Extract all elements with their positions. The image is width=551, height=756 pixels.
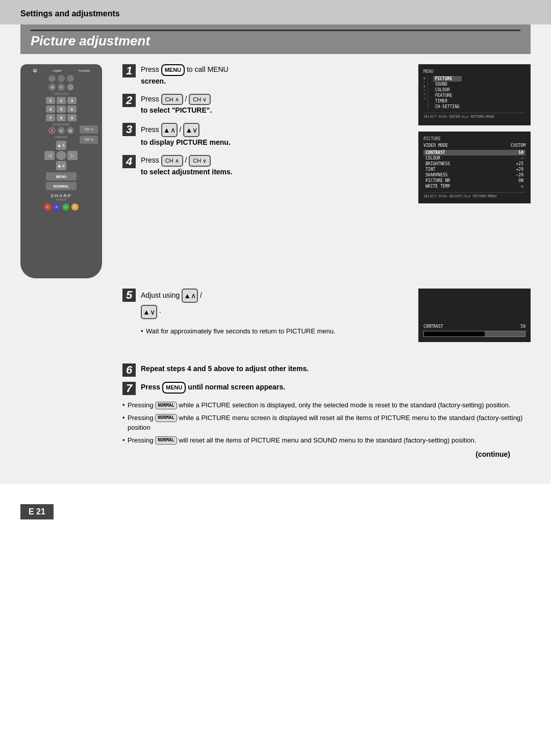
colour-label: COLOUR [425,156,440,161]
menu-button-label[interactable]: MENU [161,64,185,76]
btn-c[interactable]: C [62,203,69,211]
step-2-press: Press [141,95,159,103]
number-pad: 1 2 3 4 5 6 7 8 9 [46,97,77,121]
bottom-section: 6 Repeat steps 4 and 5 above to adjust o… [20,358,531,463]
normal-badge-3: NORMAL [155,436,177,445]
arrow-up[interactable]: ▲∧ [56,141,66,150]
step-5-period: . [159,306,161,315]
ok-btn[interactable] [56,151,66,160]
sidebar-icon-1: ▣ [423,76,425,80]
normal-badge-2: NORMAL [155,414,177,422]
num-6[interactable]: 6 [67,106,77,113]
dot-btn-3[interactable] [67,75,74,82]
remote-dots-row: ··· [24,75,98,82]
screen2-footer: SELECT:VCH∧ ADJUST:V△∧ RETURN:MENU [423,192,525,198]
contrast-bar-label: CONTRAST 50 [423,324,525,329]
child-lock-label: CHILD LOCK [24,92,98,95]
step-5-adjust: Adjust using [141,291,182,299]
back-btn[interactable]: ⊲ [48,84,56,91]
arrow-right[interactable]: ▷ [67,151,78,160]
mute-btn[interactable]: 🔇 [48,127,56,134]
menu-button-remote[interactable]: MENU [46,172,77,180]
picture-nr-value: ON [518,178,523,183]
step-3-after: to display PICTURE menu. [141,138,231,146]
step-2-after: to select "PICTURE". [141,106,212,114]
screen2-title: PICTURE [423,137,525,141]
step-4-text: Press CH ∧ / CH ∨ to select adjustment i… [141,155,233,177]
sidebar-icon-6: ≡ [423,96,425,100]
arrow-down-s3[interactable]: ▲∨ [183,123,199,137]
tint-label: TINT [425,167,435,172]
screen1-footer: SELECT:VCH∧ ENTER:V△∧ RETURN:MENU [423,113,525,119]
step-5-bullet-1: Wait for approximately five seconds to r… [141,326,408,336]
ch-up-right[interactable]: CH ∧ [80,125,98,134]
dot-btn-2[interactable] [58,75,65,82]
empty-2 [67,141,78,150]
video-mode-value: CUSTOM [511,143,525,148]
num-4[interactable]: 4 [46,106,55,113]
arrow-up-s3[interactable]: ▲∧ [161,123,178,137]
arrow-up-s5[interactable]: ▲∧ [182,289,198,303]
screen-column: MENU ▣ ♪ ◉ ⊙ ⊗ ≡ PICTURE SOUND COLOUR [418,64,531,278]
step-5-inner: 5 Adjust using ▲∧ / ▲∨ . [122,289,408,319]
ch-up-btn-s4[interactable]: CH ∧ [161,155,183,167]
brand-logo: SHARP [24,193,98,198]
brand-subtitle: TV/TEXT [24,198,98,201]
step-1-after: to call MENU [187,65,229,73]
num-5[interactable]: 5 [57,106,66,113]
num-7[interactable]: 7 [46,114,55,121]
colour-value: – [521,156,523,161]
brightness-label: BRIGHTNESS [425,162,450,166]
btn-a[interactable]: A [44,203,51,211]
dot-btn-1[interactable]: ··· [48,75,56,82]
step-2-number: 2 [122,94,136,107]
normal-button-remote[interactable]: NORMAL [46,182,77,190]
step-6-content: Repeat steps 4 and 5 above to adjust oth… [141,364,309,373]
sidebar-icon-4: ⊙ [423,88,425,92]
zero-btn[interactable]: 0 [58,127,65,134]
step-5-slash: / [200,291,202,299]
num-1[interactable]: 1 [46,97,55,104]
step-4-after: to select adjustment items. [141,168,233,176]
normal-badge-1: NORMAL [155,402,177,410]
arrow-down[interactable]: ▲∨ [56,161,66,170]
ch-up-btn-s2[interactable]: CH ∧ [161,94,183,106]
contrast-bar [423,331,525,337]
arrow-left[interactable]: ◁ [44,151,55,160]
step-2-block: 2 Press CH ∧ / CH ∨ to select "PICTURE". [122,94,408,116]
step-6-number: 6 [122,363,136,377]
screen-1: MENU ▣ ♪ ◉ ⊙ ⊗ ≡ PICTURE SOUND COLOUR [418,64,531,125]
step-1-press: Press [141,65,159,73]
btn-d[interactable]: D [71,203,79,211]
step-6-block: 6 Repeat steps 4 and 5 above to adjust o… [122,363,531,377]
num-8[interactable]: 8 [57,114,66,121]
arrow-down-s5[interactable]: ▲∨ [141,305,157,319]
menu-button-s7[interactable]: MENU [162,382,186,394]
num-0[interactable]: 0 [58,84,65,91]
empty-4 [67,161,78,170]
info-btn[interactable]: ⓘ [67,84,74,91]
num-2[interactable]: 2 [57,97,66,104]
ch-controls-right: CH ∧ CH ∨ [80,125,98,145]
teletext-btn[interactable]: @ [67,127,74,134]
step-4-press: Press [141,156,159,164]
ch-down-btn-s2[interactable]: CH ∨ [189,94,211,106]
page-title-bar: Picture adjustment [20,24,531,54]
picture-nr-item: PICTURE NR ON [423,178,525,184]
btn-b[interactable]: B [53,203,60,211]
screen1-menu-items: PICTURE SOUND COLOUR FEATURE TIMER CH-SE… [433,76,462,110]
brightness-item: BRIGHTNESS +25 [423,161,525,167]
contrast-value: 50 [518,150,523,155]
ch-down-right[interactable]: CH ∨ [80,136,98,144]
step-7-after: until normal screen appears. [188,383,285,391]
video-mode-label: VIDEO MODE [423,143,448,148]
white-temp-item: WHITE TEMP ◇ [423,184,525,189]
ch-down-btn-s4[interactable]: CH ∨ [189,155,211,167]
contrast-bar-fill [424,331,485,336]
step-5-number: 5 [122,289,136,302]
tint-item: TINT +29 [423,167,525,172]
num-9[interactable]: 9 [67,114,77,121]
screen1-sidebar: ▣ ♪ ◉ ⊙ ⊗ ≡ [423,76,428,110]
num-3[interactable]: 3 [67,97,77,104]
step-7-block: 7 Press MENU until normal screen appears… [122,382,531,395]
